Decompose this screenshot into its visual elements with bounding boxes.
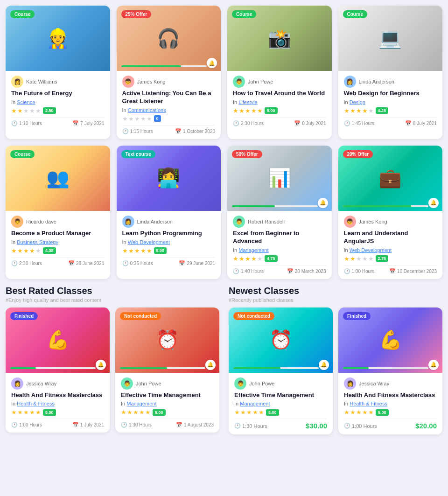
star-icon: ★ [134, 247, 140, 254]
star-icon: ★ [11, 107, 17, 114]
card-title: Effective Time Management [234, 391, 327, 399]
star-icon: ★ [252, 409, 258, 416]
bell-icon[interactable]: 🔔 [207, 58, 217, 68]
rating-row: ★★★★★ 5.00 [344, 409, 437, 416]
instructor-row: 👩 Kate Williams [11, 76, 105, 88]
course-emoji: 👩‍💻 [157, 167, 180, 189]
category-link[interactable]: Lifestyle [238, 99, 257, 105]
hours-meta: 🕐 1:45 Hours [344, 120, 375, 126]
bell-icon[interactable]: 🔔 [428, 198, 439, 208]
star-icon: ★ [147, 247, 152, 254]
star-icon: ★ [29, 247, 35, 254]
calendar-icon: 📅 [294, 120, 301, 126]
course-badge: Not conducted [233, 312, 274, 320]
stars: ★★★★★ [121, 409, 151, 416]
star-icon: ★ [257, 107, 263, 114]
card-meta: 🕐 1:00 Hours 📅 10 December 2023 [344, 265, 437, 274]
instructor-row: 👨 John Powe [121, 377, 214, 390]
course-emoji: 📊 [268, 167, 291, 189]
progress-fill [121, 65, 181, 67]
category-link[interactable]: Health & Fitness [350, 401, 387, 406]
category-link[interactable]: Management [240, 401, 270, 406]
course-card[interactable]: 👷 Course 👩 Kate Williams The Future of E… [6, 6, 110, 139]
card-meta: 🕐 1:40 Hours 📅 20 March 2023 [233, 265, 326, 274]
category-link[interactable]: Web Development [350, 247, 392, 253]
hours-meta: 🕐 1:00 Hours [344, 268, 375, 274]
course-card[interactable]: 💼 20% Offer 🔔 👦 James Kong Learn and Und… [338, 146, 443, 279]
best-rated-title: Best Rated Classes [6, 286, 219, 296]
avatar-emoji: 👦 [125, 78, 132, 85]
calendar-icon: 📅 [389, 268, 396, 274]
category-link[interactable]: Business Strategy [17, 239, 58, 245]
star-icon: ★ [344, 107, 350, 114]
star-icon: ★ [362, 409, 368, 416]
category-link[interactable]: Health & Fitness [17, 401, 55, 406]
rating-row: ★★★★★ 4.75 [233, 255, 326, 262]
avatar: 👦 [344, 216, 356, 228]
card-meta: 🕐 2:30 Hours 📅 8 July 2021 [233, 117, 326, 126]
course-emoji: 👷 [46, 28, 70, 49]
card-category: In Web Development [344, 247, 437, 253]
hours-text: 1:30 Hours [129, 422, 152, 427]
bell-icon[interactable]: 🔔 [428, 360, 439, 370]
course-badge: Finished [10, 312, 38, 320]
star-icon: ★ [23, 247, 29, 254]
category-link[interactable]: Science [17, 99, 35, 105]
category-link[interactable]: Web Development [128, 239, 170, 245]
course-badge: Course [10, 10, 35, 18]
card-body: 👩 Linda Anderson Learn Python Programmin… [117, 211, 221, 271]
course-card[interactable]: 👩‍💻 Text course 👩 Linda Anderson Learn P… [117, 146, 221, 279]
avatar-emoji: 👩 [14, 78, 21, 85]
category-link[interactable]: Design [350, 99, 365, 105]
course-image: 👷 Course [6, 6, 110, 71]
course-card[interactable]: ⏰ Not conducted 🔔 👨 John Powe Effective … [229, 307, 333, 435]
card-body: 👨 Robert Ransdell Excel from Beginner to… [227, 211, 332, 279]
card-title: Active Listening: You Can Be a Great Lis… [122, 90, 216, 105]
category-link[interactable]: Management [238, 247, 268, 253]
bell-icon[interactable]: 🔔 [96, 360, 106, 370]
course-card[interactable]: 💪 Finished 🔔 👩 Jessica Wray Health And F… [338, 307, 442, 435]
bell-icon[interactable]: 🔔 [205, 360, 216, 370]
middle-course-grid: 👥 Course 👨 Ricardo dave Become a Product… [6, 146, 442, 279]
rating-row: ★★★★★ 5.00 [122, 247, 216, 254]
avatar: 👨 [11, 216, 23, 228]
course-card[interactable]: 💻 Course 👩 Linda Anderson Web Design for… [338, 6, 443, 139]
star-icon: ★ [344, 255, 350, 262]
date-text: 10 December 2023 [397, 269, 437, 274]
bell-icon[interactable]: 🔔 [319, 360, 329, 370]
price-row: 🕐 1:30 Hours $30.00 [234, 419, 327, 430]
course-card[interactable]: 📊 50% Offer 🔔 👨 Robert Ransdell Excel fr… [227, 146, 332, 279]
progress-fill [120, 367, 167, 369]
progress-fill [232, 205, 275, 207]
bell-icon[interactable]: 🔔 [318, 198, 328, 208]
course-card[interactable]: 💪 Finished 🔔 👩 Jessica Wray Health And F… [6, 307, 110, 433]
date-text: 1 October 2023 [183, 129, 215, 134]
card-title: Become a Product Manager [11, 230, 105, 238]
calendar-icon: 📅 [175, 128, 182, 134]
course-card[interactable]: 📸 Course 👨 John Powe How to Travel Aroun… [227, 6, 332, 139]
course-card[interactable]: 👥 Course 👨 Ricardo dave Become a Product… [6, 146, 110, 279]
course-card[interactable]: ⏰ Not conducted 🔔 👨 John Powe Effective … [115, 307, 219, 433]
newest-header: Newest Classes #Recently published class… [229, 286, 442, 303]
course-emoji: 👥 [46, 167, 70, 189]
avatar: 👩 [11, 377, 23, 390]
star-icon: ★ [23, 107, 29, 114]
hours-meta: 🕐 0:35 Hours [122, 260, 153, 266]
hours-text: 2:30 Hours [19, 261, 42, 266]
star-icon: ★ [233, 107, 238, 114]
stars: ★★★★★ [11, 107, 41, 114]
card-meta: 🕐 1:00 Hours 📅 1 July 2021 [11, 419, 104, 428]
category-link[interactable]: Communications [128, 107, 166, 113]
rating-row: ★★★★★ 2.50 [11, 107, 105, 114]
date-meta: 📅 1 August 2023 [176, 422, 214, 428]
progress-bar [10, 367, 96, 369]
course-card[interactable]: 🎧 25% Offer 🔔 👦 James Kong Active Listen… [117, 6, 221, 139]
card-category: In Web Development [122, 239, 216, 245]
category-link[interactable]: Management [126, 401, 156, 406]
avatar-emoji: 👨 [124, 380, 131, 387]
star-icon: ★ [11, 247, 17, 254]
card-meta: 🕐 1:10 Hours 📅 7 July 2021 [11, 117, 105, 126]
star-icon: ★ [134, 115, 140, 122]
card-body: 👨 John Powe How to Travel Around the Wor… [227, 71, 332, 131]
stars: ★★★★★ [344, 107, 374, 114]
